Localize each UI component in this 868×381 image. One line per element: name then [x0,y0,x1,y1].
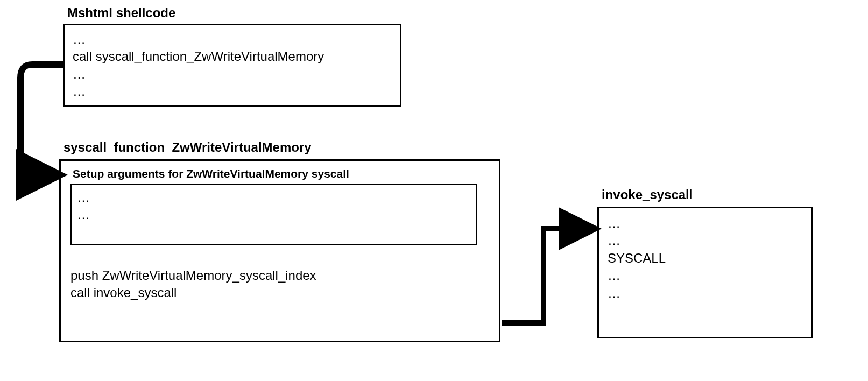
box1-title: Mshtml shellcode [67,5,175,20]
box2-title: syscall_function_ZwWriteVirtualMemory [63,140,312,155]
box2-line1: push ZwWriteVirtualMemory_syscall_index [70,267,489,284]
box2-inner-line2: … [77,206,470,223]
box3-line1: … [608,215,802,232]
box1-mshtml-shellcode: … call syscall_function_ZwWriteVirtualMe… [63,24,401,107]
box1-line2: call syscall_function_ZwWriteVirtualMemo… [73,48,392,65]
box3-line3: SYSCALL [608,250,802,267]
box3-invoke-syscall: … … SYSCALL … … [597,207,813,338]
box2-inner-title: Setup arguments for ZwWriteVirtualMemory… [73,167,489,180]
box3-line2: … [608,232,802,249]
box3-line5: … [608,285,802,302]
box1-line3: … [73,66,392,83]
box3-title: invoke_syscall [602,187,693,202]
box3-line4: … [608,267,802,284]
box1-line4: … [73,83,392,100]
box2-inner-line1: … [77,189,470,206]
box2-line2: call invoke_syscall [70,284,489,301]
box2-inner-setup-args: … … [70,184,477,245]
box1-line1: … [73,31,392,48]
box2-syscall-function: Setup arguments for ZwWriteVirtualMemory… [59,159,500,342]
